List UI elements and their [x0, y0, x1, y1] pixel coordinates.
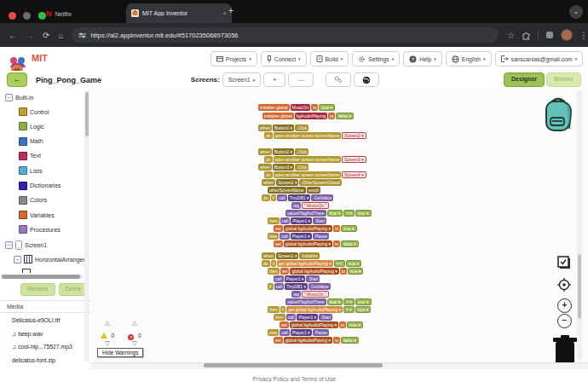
collapse-icon[interactable]: − — [14, 256, 21, 263]
block-chip[interactable]: .Initialize — [299, 252, 319, 259]
block-chip[interactable]: when — [258, 124, 272, 131]
media-item[interactable]: ♫beep.wav — [12, 331, 43, 337]
warning-counter[interactable]: △ 0 ▽ — [98, 321, 117, 346]
home-icon[interactable]: ⌂ — [58, 31, 63, 40]
block-chip[interactable]: call — [280, 217, 291, 224]
block-chip[interactable]: then — [268, 217, 280, 224]
media-item[interactable]: Delicatus-e9OLI.ttf — [12, 317, 60, 323]
block-chip[interactable]: " MusicOn " — [302, 291, 329, 298]
block-chip[interactable]: " MusicOn " — [302, 202, 329, 209]
block-chip[interactable]: initialize global — [262, 113, 294, 119]
block-chip[interactable]: Screen3 ▾ — [342, 156, 366, 163]
collapse-icon[interactable]: − — [5, 94, 13, 101]
zoom-in-button[interactable]: + — [557, 298, 572, 313]
block-chip[interactable]: then — [268, 268, 280, 275]
minimize-window-icon[interactable] — [23, 12, 31, 20]
canvas-vscrollbar-thumb[interactable] — [578, 254, 581, 319]
block-chip[interactable]: set — [274, 240, 283, 247]
blocks-stack[interactable]: whenButton2 ▾.Clickdoopen another screen… — [258, 148, 367, 164]
block-chip[interactable]: .Start — [313, 217, 326, 224]
block-chip[interactable]: when — [262, 252, 275, 259]
block-chip[interactable]: valueIfTagNotThere — [285, 210, 326, 217]
block-chip[interactable]: TinyDB1 ▾ — [288, 194, 311, 201]
block-chip[interactable]: result — [307, 187, 320, 194]
rename-button[interactable]: Rename — [20, 283, 55, 296]
url-text[interactable]: https://ai2.appinventor.mit.edu/#5170235… — [90, 32, 238, 39]
errors-down-icon[interactable]: ▽ — [125, 341, 144, 346]
component-item-partial[interactable] — [22, 269, 31, 273]
blocks-stack[interactable]: whenButton1 ▾.Clickdoopen another screen… — [258, 124, 367, 140]
block-chip[interactable]: call — [280, 329, 290, 336]
block-chip[interactable]: call — [274, 275, 284, 282]
block-chip[interactable]: valueIfTagNotThere — [285, 298, 326, 305]
block-chip[interactable]: true ▾ — [348, 268, 364, 275]
remove-screen-button[interactable]: — — [288, 72, 314, 87]
block-chip[interactable]: .Click — [295, 148, 308, 155]
block-chip[interactable]: when — [258, 148, 272, 155]
block-chip[interactable]: true ▾ — [346, 260, 362, 267]
block-chip[interactable]: to — [339, 321, 346, 328]
block-chip[interactable]: Player1 ▾ — [285, 275, 306, 282]
block-chip[interactable]: bgAudioPlaying — [295, 113, 328, 119]
palette-hscrollbar-thumb[interactable] — [2, 275, 80, 279]
block-chip[interactable]: = ▾ — [334, 260, 345, 267]
block-chip[interactable]: = ▾ — [343, 210, 355, 217]
block-chip[interactable]: to — [340, 268, 347, 275]
block-chip[interactable]: do — [264, 171, 273, 178]
block-chip[interactable]: MusicOn — [291, 104, 311, 111]
block-chip[interactable]: false ▾ — [341, 337, 358, 344]
block-chip[interactable]: .Start — [306, 275, 320, 282]
back-icon[interactable]: ← — [9, 31, 17, 40]
block-chip[interactable]: tag — [291, 291, 301, 298]
block-chip[interactable]: do — [262, 260, 270, 267]
new-tab-button[interactable]: + — [228, 7, 233, 15]
block-chip[interactable]: get global bgAudioPlaying ▾ — [286, 306, 343, 313]
palette-item-math[interactable]: Math — [19, 137, 43, 146]
palette-item-colors[interactable]: Colors — [19, 196, 47, 205]
send-to-gallery-button[interactable] — [354, 72, 379, 87]
block-chip[interactable]: if — [268, 283, 274, 290]
palette-item-dictionaries[interactable]: Dictionaries — [19, 182, 61, 190]
menu-button-settings[interactable]: Settings▾ — [352, 51, 400, 67]
block-chip[interactable]: tag — [291, 202, 301, 209]
block-chip[interactable]: .GetValue — [311, 194, 333, 201]
media-item[interactable]: delicatus-font.zip — [12, 357, 55, 363]
block-chip[interactable]: if — [271, 194, 277, 201]
blocks-stack[interactable]: initialize globalMusicOntotrue ▾ — [258, 104, 336, 112]
palette-item-procedures[interactable]: Procedures — [19, 225, 61, 234]
palette-vscrollbar-thumb[interactable] — [85, 92, 89, 136]
canvas-hscrollbar-thumb[interactable] — [204, 363, 383, 368]
reload-icon[interactable]: ⟳ — [43, 31, 49, 40]
palette-item-control[interactable]: Control — [19, 107, 49, 116]
palette-item-variables[interactable]: Variables — [19, 211, 55, 219]
backpack-icon[interactable] — [541, 96, 575, 135]
block-chip[interactable]: Screen1 ▾ — [276, 179, 299, 186]
block-chip[interactable]: open another screen screenName — [274, 156, 342, 163]
menu-button-build[interactable]: Build▾ — [310, 51, 349, 67]
block-chip[interactable]: otherScreenName — [268, 187, 306, 194]
block-chip[interactable]: Button1 ▾ — [273, 124, 294, 131]
block-chip[interactable]: call — [277, 194, 287, 201]
block-chip[interactable]: true ▾ — [327, 210, 343, 217]
block-chip[interactable]: true ▾ — [355, 298, 372, 305]
component-item-screen1[interactable]: − Screen1 — [5, 240, 47, 250]
block-chip[interactable]: TinyDB1 ▾ — [285, 283, 308, 290]
error-counter[interactable]: △ × 0 ▽ — [125, 321, 144, 346]
center-blocks-target-icon[interactable] — [557, 278, 571, 292]
block-chip[interactable]: false ▾ — [341, 240, 358, 247]
block-chip[interactable]: set — [274, 337, 283, 344]
block-chip[interactable]: if — [280, 306, 286, 313]
block-chip[interactable]: to — [333, 225, 340, 232]
menu-button-help[interactable]: ?Help▾ — [403, 51, 442, 67]
palette-item-text[interactable]: Text — [19, 152, 41, 160]
block-chip[interactable]: global bgAudioPlaying ▾ — [284, 240, 332, 247]
block-chip[interactable]: do — [264, 132, 273, 139]
block-chip[interactable]: true ▾ — [355, 210, 372, 217]
warnings-down-icon[interactable]: ▽ — [98, 341, 117, 346]
block-chip[interactable]: true ▾ — [355, 306, 372, 313]
block-chip[interactable]: = ▾ — [343, 306, 355, 313]
browser-menu-icon[interactable]: ⋮ — [579, 31, 588, 40]
block-chip[interactable]: open another screen screenName — [274, 171, 342, 178]
block-chip[interactable]: to — [311, 104, 318, 111]
block-chip[interactable]: call — [280, 233, 290, 240]
